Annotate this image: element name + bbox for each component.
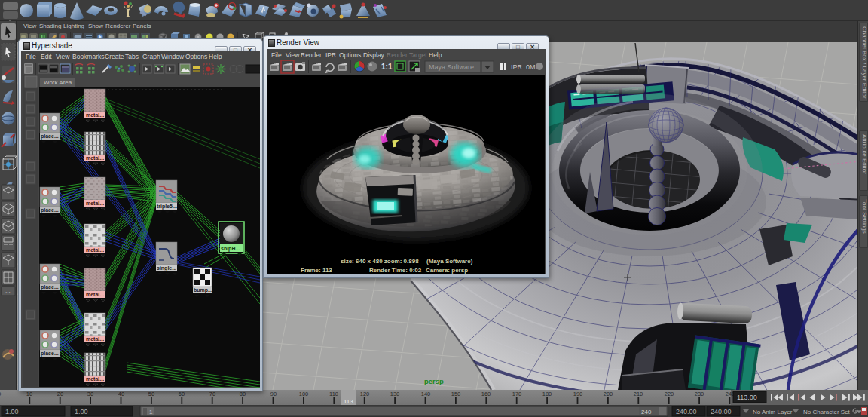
svg-text:Render Time: 0:02: Render Time: 0:02	[369, 267, 422, 274]
svg-text:50: 50	[148, 391, 154, 397]
svg-text:metal...: metal...	[86, 112, 104, 118]
svg-text:240: 240	[641, 409, 652, 415]
svg-text:90: 90	[270, 391, 277, 397]
svg-text:metal...: metal...	[86, 201, 104, 206]
svg-text:230: 230	[695, 391, 704, 397]
svg-text:size: 640 x 480 zoom: 0.898: size: 640 x 480 zoom: 0.898	[341, 258, 419, 265]
svg-text:220: 220	[665, 391, 674, 397]
svg-text:100: 100	[299, 391, 309, 397]
svg-text:0: 0	[0, 391, 1, 397]
svg-text:1:1: 1:1	[381, 63, 393, 71]
svg-text:place...: place...	[41, 351, 59, 357]
svg-text:No Anim Layer: No Anim Layer	[753, 409, 793, 415]
svg-text:20: 20	[57, 391, 63, 397]
svg-text:place...: place...	[41, 284, 59, 290]
svg-text:IPR: 0MB: IPR: 0MB	[511, 63, 540, 71]
svg-text:120: 120	[360, 391, 370, 397]
svg-text:Maya Software: Maya Software	[429, 63, 474, 71]
svg-text:Work Area: Work Area	[44, 79, 72, 86]
svg-text:persp: persp	[424, 377, 444, 385]
svg-text:60: 60	[179, 391, 185, 397]
svg-text:240.00: 240.00	[676, 408, 697, 415]
svg-text:200: 200	[604, 391, 613, 397]
svg-text:130: 130	[390, 391, 400, 397]
svg-text:240.00: 240.00	[711, 408, 732, 415]
svg-text:place...: place...	[41, 207, 59, 213]
svg-text:1.00: 1.00	[75, 408, 88, 415]
svg-text:place...: place...	[41, 133, 59, 140]
svg-text:metal...: metal...	[86, 336, 104, 342]
svg-text:1: 1	[149, 409, 153, 415]
svg-text:150: 150	[451, 391, 461, 397]
svg-text:80: 80	[240, 391, 246, 397]
svg-text:160: 160	[481, 391, 491, 397]
svg-text:70: 70	[209, 391, 215, 397]
svg-text:...: ...	[5, 287, 11, 294]
svg-text:metal...: metal...	[86, 292, 104, 297]
svg-text:metal...: metal...	[86, 155, 104, 161]
svg-text:113.00: 113.00	[737, 394, 757, 401]
svg-text:metal...: metal...	[86, 376, 104, 382]
svg-text:190: 190	[573, 391, 583, 397]
svg-text:triple5...: triple5...	[157, 204, 177, 210]
svg-text:210: 210	[634, 391, 643, 397]
svg-text:110: 110	[329, 391, 338, 397]
svg-text:(Maya Software): (Maya Software)	[426, 258, 473, 265]
svg-text:30: 30	[87, 391, 93, 397]
svg-text:170: 170	[512, 391, 522, 397]
svg-text:No Character Set: No Character Set	[803, 409, 851, 415]
svg-text:180: 180	[542, 391, 552, 397]
svg-text:40: 40	[118, 391, 124, 397]
svg-text:113: 113	[344, 398, 353, 405]
svg-text:metal...: metal...	[86, 247, 104, 253]
svg-text:single...: single...	[157, 265, 176, 271]
svg-text:bump...: bump...	[194, 287, 212, 293]
svg-text:shipH...: shipH...	[221, 246, 240, 252]
svg-text:1.00: 1.00	[5, 408, 19, 415]
svg-text:Camera: persp: Camera: persp	[426, 267, 468, 274]
svg-text:10: 10	[26, 391, 32, 397]
svg-text:Frame: 113: Frame: 113	[301, 267, 332, 274]
svg-text:140: 140	[421, 391, 431, 397]
